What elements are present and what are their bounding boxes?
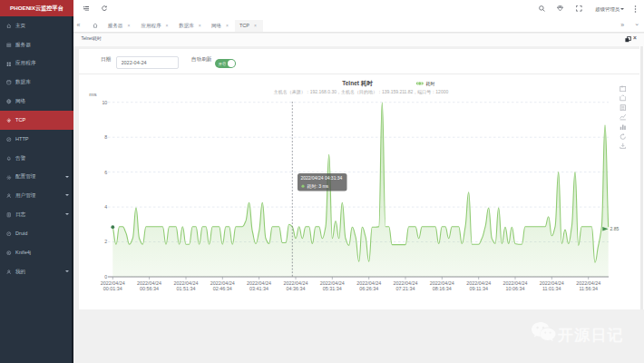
svg-text:08:16:34: 08:16:34 [433, 286, 452, 291]
svg-text:2022/04/24: 2022/04/24 [503, 280, 528, 286]
svg-text:06:26:34: 06:26:34 [359, 286, 378, 291]
svg-text:6: 6 [104, 170, 107, 175]
svg-text:2022/04/24: 2022/04/24 [576, 280, 600, 286]
svg-text:09:11:34: 09:11:34 [469, 286, 488, 291]
svg-text:01:51:34: 01:51:34 [177, 286, 196, 291]
svg-text:2022/04/24: 2022/04/24 [247, 280, 271, 286]
svg-text:主机名（来源）：192.168.0.30，主机名（目的地）：: 主机名（来源）：192.168.0.30，主机名（目的地）：139.159.21… [274, 89, 449, 95]
svg-text:2022/04/24: 2022/04/24 [137, 280, 161, 286]
svg-text:耗时: 3 ms: 耗时: 3 ms [307, 183, 329, 190]
svg-text:2022/04/24: 2022/04/24 [320, 280, 345, 286]
svg-text:耗时: 耗时 [426, 81, 435, 87]
svg-text:2022/04/24: 2022/04/24 [540, 280, 564, 286]
svg-text:4: 4 [104, 204, 107, 210]
svg-text:Telnet 耗时: Telnet 耗时 [342, 80, 373, 87]
svg-text:ms: ms [89, 91, 96, 97]
svg-text:10:06:34: 10:06:34 [506, 286, 525, 291]
svg-text:00:56:34: 00:56:34 [140, 286, 159, 291]
svg-text:2022/04/24: 2022/04/24 [466, 280, 491, 286]
svg-text:2022/04/24: 2022/04/24 [356, 280, 381, 286]
svg-text:2022/04/24 04:31:34: 2022/04/24 04:31:34 [301, 175, 343, 181]
svg-text:0: 0 [104, 274, 107, 280]
svg-text:2022/04/24: 2022/04/24 [210, 280, 235, 286]
svg-text:2022/04/24: 2022/04/24 [101, 280, 125, 286]
svg-text:2.85: 2.85 [610, 226, 620, 231]
svg-text:02:46:34: 02:46:34 [213, 286, 232, 291]
svg-text:00:01:34: 00:01:34 [103, 286, 122, 291]
svg-text:2022/04/24: 2022/04/24 [174, 280, 199, 286]
svg-text:11:56:34: 11:56:34 [579, 286, 598, 291]
svg-text:2: 2 [104, 239, 107, 244]
svg-text:10: 10 [102, 100, 107, 105]
svg-text:2022/04/24: 2022/04/24 [394, 280, 418, 286]
svg-text:04:36:34: 04:36:34 [287, 286, 306, 291]
svg-text:03:41:34: 03:41:34 [249, 286, 268, 291]
svg-text:11:01:34: 11:01:34 [542, 286, 561, 291]
svg-text:07:21:34: 07:21:34 [396, 286, 415, 291]
svg-text:2022/04/24: 2022/04/24 [284, 280, 308, 286]
svg-text:05:31:34: 05:31:34 [323, 286, 342, 291]
svg-text:2022/04/24: 2022/04/24 [430, 280, 454, 286]
svg-text:8: 8 [104, 134, 107, 140]
